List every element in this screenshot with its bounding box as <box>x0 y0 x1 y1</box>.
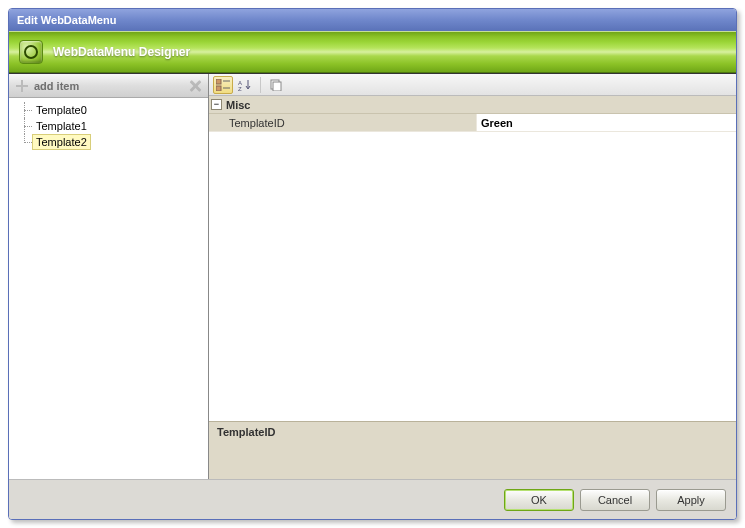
tree-connector-icon <box>21 118 33 134</box>
svg-rect-0 <box>216 79 221 84</box>
property-category[interactable]: − Misc <box>209 96 736 114</box>
tree-item-label: Template2 <box>33 135 90 149</box>
property-pages-icon <box>267 77 285 93</box>
tree-item[interactable]: Template2 <box>13 134 204 150</box>
categorized-button[interactable] <box>213 76 233 94</box>
collapse-icon[interactable]: − <box>211 99 222 110</box>
apply-button[interactable]: Apply <box>656 489 726 511</box>
add-item-button[interactable]: add item <box>9 74 208 98</box>
add-item-label: add item <box>34 80 79 92</box>
cancel-button[interactable]: Cancel <box>580 489 650 511</box>
designer-header: WebDataMenu Designer <box>9 31 736 73</box>
window: Edit WebDataMenu WebDataMenu Designer ad… <box>8 8 737 520</box>
svg-rect-7 <box>273 82 281 91</box>
alphabetical-icon: A Z <box>236 77 254 93</box>
alphabetical-button[interactable]: A Z <box>235 76 255 94</box>
property-pages-button[interactable] <box>266 76 286 94</box>
property-toolbar: A Z <box>209 74 736 96</box>
category-label: Misc <box>226 99 250 111</box>
content-area: add item Template0 Template1 Template2 <box>9 73 736 479</box>
dialog-footer: OK Cancel Apply <box>9 479 736 519</box>
property-panel: A Z <box>209 74 736 479</box>
svg-text:Z: Z <box>238 86 242 91</box>
tree-connector-icon <box>21 134 33 150</box>
categorized-icon <box>214 77 232 93</box>
tree-item[interactable]: Template0 <box>13 102 204 118</box>
ok-button[interactable]: OK <box>504 489 574 511</box>
description-pane: TemplateID <box>209 421 736 479</box>
toolbar-separator <box>260 77 261 93</box>
svg-rect-1 <box>216 86 221 91</box>
property-row[interactable]: TemplateID <box>209 114 736 132</box>
sidebar: add item Template0 Template1 Template2 <box>9 74 209 479</box>
tree-connector-icon <box>21 102 33 118</box>
tree-item-label: Template1 <box>33 119 90 133</box>
window-title: Edit WebDataMenu <box>17 14 116 26</box>
item-tree: Template0 Template1 Template2 <box>9 98 208 479</box>
designer-title: WebDataMenu Designer <box>53 45 190 59</box>
description-title: TemplateID <box>217 426 728 438</box>
plus-icon <box>15 79 29 93</box>
property-grid: − Misc TemplateID <box>209 96 736 421</box>
tree-item-label: Template0 <box>33 103 90 117</box>
delete-item-icon[interactable] <box>188 79 202 93</box>
property-value-input[interactable] <box>477 114 736 131</box>
titlebar[interactable]: Edit WebDataMenu <box>9 9 736 31</box>
tree-item[interactable]: Template1 <box>13 118 204 134</box>
app-icon <box>19 40 43 64</box>
property-name: TemplateID <box>209 114 477 131</box>
